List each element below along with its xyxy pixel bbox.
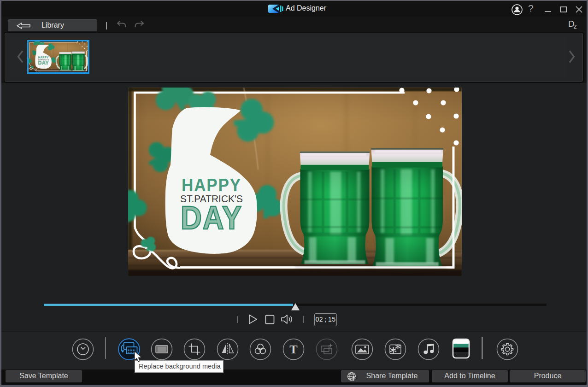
svg-text:HAPPY: HAPPY [182, 175, 241, 195]
svg-text:DAY: DAY [181, 200, 242, 236]
svg-text:T: T [289, 343, 297, 356]
